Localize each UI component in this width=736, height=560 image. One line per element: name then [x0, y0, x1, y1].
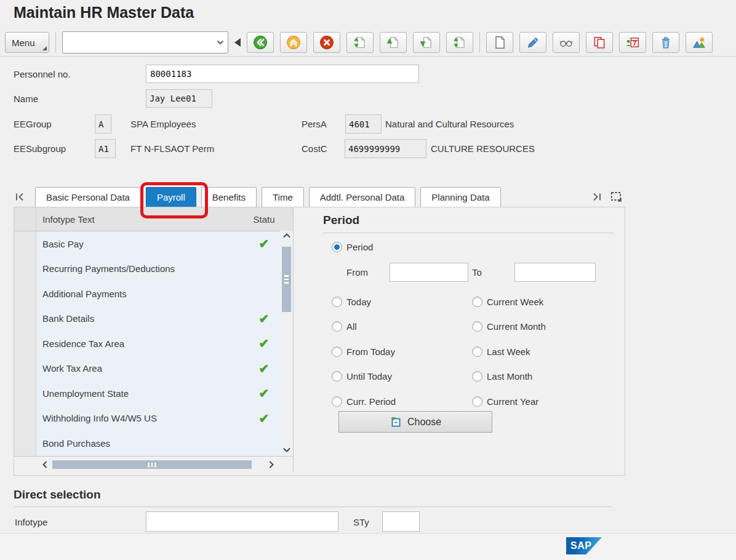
- pers-area-description: Natural and Cultural Resources: [385, 119, 514, 129]
- radio-curr-period[interactable]: [332, 396, 342, 407]
- to-date-input[interactable]: [514, 263, 596, 282]
- create-button[interactable]: [486, 32, 513, 53]
- display-button[interactable]: [553, 32, 580, 53]
- radio-all[interactable]: [332, 321, 342, 332]
- delete-icon: [658, 35, 673, 50]
- chevron-down-icon[interactable]: [213, 38, 228, 47]
- radio-from-today[interactable]: [332, 346, 342, 357]
- radio-until-today[interactable]: [332, 371, 342, 382]
- scroll-right-icon[interactable]: [265, 459, 278, 470]
- row-selection-cell[interactable]: [14, 431, 36, 456]
- command-input[interactable]: [63, 34, 213, 51]
- status-check-icon: ✔: [259, 337, 270, 350]
- copy-button[interactable]: [586, 32, 613, 53]
- direct-selection-heading: Direct selection: [14, 488, 101, 502]
- tab-addtl-personal-data[interactable]: Addtl. Personal Data: [309, 187, 416, 207]
- infotype-row-recurring-payments-deductions[interactable]: Recurring Payments/Deductions: [14, 257, 293, 282]
- cost-center-description: CULTURE RESOURCES: [431, 143, 535, 154]
- radio-current-week[interactable]: [472, 297, 482, 307]
- radio-label-from-today: From Today: [346, 346, 395, 357]
- from-date-input[interactable]: [390, 263, 468, 282]
- infotype-row-bond-purchases[interactable]: Bond Purchases: [14, 431, 293, 456]
- name-label: Name: [14, 94, 38, 104]
- scroll-down-icon[interactable]: [280, 445, 293, 455]
- infotype-text-column-header: Infotype Text: [36, 214, 248, 225]
- to-label: To: [472, 267, 482, 278]
- radio-current-month[interactable]: [472, 321, 482, 332]
- radio-period[interactable]: [332, 242, 342, 252]
- cancel-button[interactable]: [313, 32, 340, 53]
- infotype-row-residence-tax-area[interactable]: Residence Tax Area✔: [14, 331, 293, 356]
- edit-button[interactable]: [519, 32, 546, 53]
- status-cell: ✔: [248, 412, 280, 425]
- sty-input[interactable]: [382, 511, 420, 532]
- infotype-text: Bond Purchases: [36, 438, 248, 449]
- row-selection-cell[interactable]: [14, 406, 36, 431]
- tab-payroll[interactable]: Payroll: [146, 187, 196, 207]
- radio-last-week[interactable]: [472, 346, 482, 357]
- back-button[interactable]: [247, 32, 274, 53]
- tab-content-pane: Infotype Text Statu Basic Pay✔Recurring …: [14, 207, 625, 476]
- scroll-up-icon[interactable]: [280, 231, 293, 241]
- first-page-button[interactable]: [346, 32, 374, 53]
- scroll-tabs-end-icon[interactable]: [591, 191, 603, 206]
- next-page-icon: [419, 35, 434, 50]
- delete-button[interactable]: [652, 32, 679, 53]
- row-selection-cell[interactable]: [14, 281, 36, 306]
- radio-label-last-month: Last Month: [487, 371, 532, 382]
- previous-page-button[interactable]: [380, 32, 407, 53]
- infotype-row-unemployment-state[interactable]: Unemployment State✔: [14, 381, 293, 406]
- from-label: From: [346, 267, 368, 278]
- last-page-button[interactable]: [446, 32, 473, 53]
- row-selection-cell[interactable]: [14, 231, 36, 257]
- horizontal-scrollbar[interactable]: [39, 459, 278, 470]
- tab-benefits[interactable]: Benefits: [201, 187, 257, 207]
- infotype-row-basic-pay[interactable]: Basic Pay✔: [14, 231, 293, 257]
- period-panel: Period Period From To TodayCurrent WeekA…: [310, 207, 626, 476]
- infotype-row-bank-details[interactable]: Bank Details✔: [14, 306, 293, 332]
- radio-label-current-year: Current Year: [487, 396, 538, 407]
- command-field[interactable]: [62, 31, 228, 54]
- period-options-grid: TodayCurrent WeekAllCurrent MonthFrom To…: [332, 289, 626, 414]
- row-selection-cell[interactable]: [14, 331, 36, 356]
- status-column-header: Statu: [248, 214, 280, 225]
- tab-time[interactable]: Time: [262, 187, 304, 207]
- row-selection-cell[interactable]: [14, 306, 36, 332]
- status-check-icon: ✔: [259, 362, 270, 375]
- infotype-row-withholding-info-w4-w5-us[interactable]: Withholding Info W4/W5 US✔: [14, 406, 293, 431]
- infotype-row-additional-payments[interactable]: Additional Payments: [14, 281, 293, 306]
- infotype-input[interactable]: [146, 511, 338, 532]
- ee-group-field: A: [95, 114, 111, 134]
- infotype-row-work-tax-area[interactable]: Work Tax Area✔: [14, 356, 293, 382]
- selection-column-header: [14, 207, 36, 231]
- sap-window: Maintain HR Master Data Menu: [0, 0, 736, 560]
- radio-last-month[interactable]: [472, 371, 482, 382]
- horizontal-scrollbar-thumb[interactable]: [52, 460, 252, 469]
- status-check-icon: ✔: [259, 386, 270, 400]
- scroll-tabs-start-icon[interactable]: [14, 191, 26, 206]
- delimit-button[interactable]: 7: [619, 32, 646, 53]
- infotype-table-header: Infotype Text Statu: [14, 207, 293, 231]
- infotype-text: Additional Payments: [36, 289, 248, 299]
- tab-basic-personal-data[interactable]: Basic Personal Data: [35, 187, 141, 207]
- tab-planning-data[interactable]: Planning Data: [420, 187, 500, 207]
- scroll-left-icon[interactable]: [39, 459, 51, 470]
- menu-button[interactable]: Menu: [5, 32, 49, 53]
- choose-button[interactable]: Choose: [338, 411, 492, 433]
- vertical-scrollbar[interactable]: [280, 231, 293, 455]
- radio-today[interactable]: [332, 297, 342, 307]
- radio-current-year[interactable]: [472, 396, 482, 407]
- row-selection-cell[interactable]: [14, 381, 36, 406]
- detach-pane-icon[interactable]: [609, 190, 623, 206]
- choose-icon: [390, 416, 402, 428]
- history-toggle-icon[interactable]: [234, 38, 241, 47]
- period-heading: Period: [323, 214, 359, 227]
- row-selection-cell[interactable]: [14, 356, 36, 382]
- exit-button[interactable]: [280, 32, 307, 53]
- row-selection-cell[interactable]: [14, 257, 36, 282]
- next-page-button[interactable]: [413, 32, 440, 53]
- vertical-scrollbar-thumb[interactable]: [282, 247, 291, 312]
- personnel-no-input[interactable]: [146, 65, 419, 83]
- first-page-icon: [353, 35, 367, 50]
- overview-button[interactable]: [686, 32, 713, 53]
